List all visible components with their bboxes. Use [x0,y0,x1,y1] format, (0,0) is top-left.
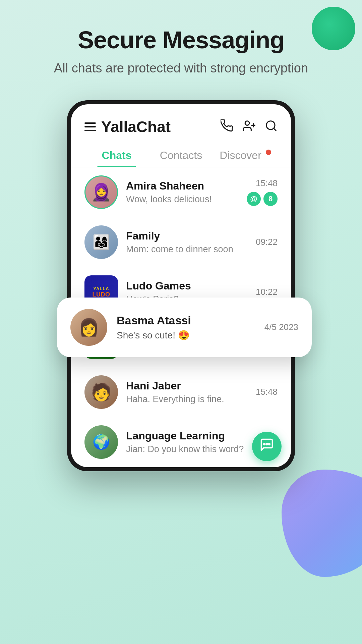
chat-preview-family: Mom: come to dinner soon [126,244,250,255]
chat-preview-language: Jian: Do you know this word? [126,444,250,454]
page-subtitle: All chats are protected with strong encr… [20,60,342,76]
header-icons [221,119,278,134]
notification-card[interactable]: 👩 Basma Atassi She's so cute! 😍 4/5 2023 [57,298,312,357]
avatar-language: 🌍 [84,425,118,459]
chat-item-amira[interactable]: 🧕 Amira Shaheen Wow, looks delicious! 15… [71,167,291,217]
app-title: YallaChat [101,118,221,136]
phone-screen: YallaChat [71,104,291,467]
notification-avatar-face: 👩 [70,309,107,346]
chat-name-amira: Amira Shaheen [126,180,241,192]
phone-container: 👩 Basma Atassi She's so cute! 😍 4/5 2023… [0,100,362,471]
count-badge-amira: 8 [263,192,278,206]
notification-preview: She's so cute! 😍 [117,330,264,341]
chat-preview-amira: Wow, looks delicious! [126,194,241,205]
add-contact-icon[interactable] [243,119,255,134]
chat-badges-amira: @ 8 [247,192,278,206]
notification-info: Basma Atassi She's so cute! 😍 [117,314,264,341]
phone-frame: 👩 Basma Atassi She's so cute! 😍 4/5 2023… [67,100,295,471]
page-title: Secure Messaging [20,27,342,53]
tab-chats-label: Chats [102,149,132,161]
hamburger-line-1 [84,122,96,124]
hamburger-line-2 [84,126,96,127]
svg-point-6 [264,443,265,445]
app-tabs: Chats Contacts Discover [71,143,291,167]
chat-info-language: Language Learning Jian: Do you know this… [126,430,250,454]
phone-icon[interactable] [221,119,233,134]
notification-time: 4/5 2023 [264,322,298,332]
svg-point-7 [269,443,270,445]
ludo-logo-top: YALLA [93,286,109,291]
chat-meta-family: 09:22 [256,237,278,247]
notification-name: Basma Atassi [117,314,264,327]
mention-badge-amira: @ [247,192,261,206]
ludo-logo-bottom: LUDO [93,291,110,298]
chat-time-family: 09:22 [256,237,278,247]
discover-badge [266,150,271,155]
search-icon[interactable] [265,119,278,134]
page-header: Secure Messaging All chats are protected… [0,0,362,90]
chat-info-amira: Amira Shaheen Wow, looks delicious! [126,180,241,205]
notification-avatar: 👩 [70,309,107,346]
avatar-family: 👨‍👩‍👧 [84,225,118,259]
chat-name-hani: Hani Jaber [126,380,250,392]
tab-contacts[interactable]: Contacts [149,143,213,167]
app-header: YallaChat [71,104,291,143]
chat-info-hani: Hani Jaber Haha. Everything is fine. [126,380,250,405]
chat-meta-hani: 15:48 [256,387,278,397]
svg-point-5 [266,443,267,445]
chat-name-family: Family [126,230,250,242]
avatar-family-face: 👨‍👩‍👧 [84,225,118,259]
chat-meta-amira: 15:48 @ 8 [247,178,278,206]
chat-time-ludo: 10:22 [256,287,278,297]
avatar-language-face: 🌍 [84,425,118,459]
tab-contacts-label: Contacts [160,149,202,161]
chat-preview-hani: Haha. Everything is fine. [126,394,250,405]
avatar-amira-face: 🧕 [85,176,117,208]
chat-item-family[interactable]: 👨‍👩‍👧 Family Mom: come to dinner soon 09… [71,217,291,267]
tab-discover[interactable]: Discover [213,143,278,167]
chat-name-ludo: Ludo Games [126,280,250,292]
avatar-hani: 🧑 [84,375,118,409]
chat-time-amira: 15:48 [256,178,278,189]
svg-line-4 [274,128,276,130]
chat-time-hani: 15:48 [256,387,278,397]
avatar-hani-face: 🧑 [84,375,118,409]
fab-icon [259,437,274,455]
hamburger-menu-button[interactable] [84,122,96,131]
chat-meta-ludo: 10:22 [256,287,278,297]
avatar-amira: 🧕 [84,175,118,209]
chat-info-family: Family Mom: come to dinner soon [126,230,250,255]
hamburger-line-3 [84,130,96,131]
svg-point-0 [245,121,249,125]
chat-name-language: Language Learning [126,430,250,442]
tab-discover-label: Discover [220,149,261,161]
tab-chats[interactable]: Chats [84,143,149,167]
chat-item-hani[interactable]: 🧑 Hani Jaber Haha. Everything is fine. 1… [71,367,291,417]
decorative-blob-purple [282,470,362,577]
fab-new-chat[interactable] [252,432,282,461]
